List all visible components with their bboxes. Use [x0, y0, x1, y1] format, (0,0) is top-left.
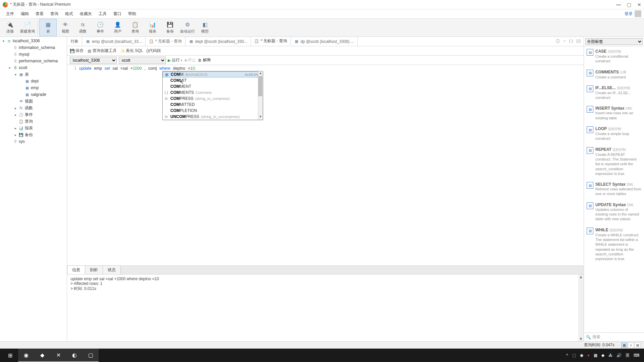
menu-help[interactable]: 帮助	[125, 10, 140, 18]
ac-item[interactable]: COMMIT	[163, 77, 263, 83]
tree-db-sys[interactable]: 🛢sys	[0, 138, 67, 145]
autocomplete-popup[interactable]: ▦ COMM decimal(10,0) scott.emp COMMIT CO…	[162, 71, 263, 120]
ac-item[interactable]: ( )COMMENTSComment	[163, 89, 263, 96]
login-link[interactable]: 登录	[625, 11, 633, 17]
view-button[interactable]: 👁视图	[57, 19, 74, 36]
minimize-button[interactable]: —	[616, 2, 621, 7]
snippets-list[interactable]: ▤CASE 流程控制Create a conditional construct…	[584, 46, 644, 333]
backup-button[interactable]: 💾备份	[161, 19, 179, 36]
tree-db[interactable]: 🛢information_schema	[0, 44, 67, 51]
database-select[interactable]: scott	[119, 57, 166, 64]
snippet-item[interactable]: ▤WHILE 流程控制Create a WHILE construct. The…	[584, 225, 644, 265]
beautify-button[interactable]: ✨美化 SQL	[120, 48, 143, 54]
tray-icon[interactable]: ●	[587, 353, 590, 358]
menu-tools[interactable]: 工具	[95, 10, 110, 18]
snippet-item[interactable]: ▤CASE 流程控制Create a conditional construct	[584, 46, 644, 67]
connection-tree[interactable]: ▾◘localhost_3306 🛢information_schema 🛢my…	[0, 37, 67, 341]
avatar-icon[interactable]	[635, 10, 641, 17]
tree-table-dept[interactable]: ▦dept	[0, 78, 67, 84]
tab-emp[interactable]: ▦emp @scott (localhost_33...	[82, 37, 146, 46]
menu-view[interactable]: 查看	[32, 10, 47, 18]
connection-select[interactable]: localhost_3306	[70, 57, 117, 64]
chevron-down-icon[interactable]: ▾	[181, 59, 182, 62]
tree-queries[interactable]: 📋查询	[0, 118, 67, 125]
menu-edit[interactable]: 编辑	[17, 10, 32, 18]
tree-backups[interactable]: ▸💾备份	[0, 131, 67, 138]
snippet-item[interactable]: ▤SELECT Syntax DMLRetrieve rows selected…	[584, 179, 644, 200]
network-icon[interactable]: 🖧	[608, 353, 612, 358]
ac-item[interactable]: fxUNCOMPRESS(string_to_uncompress)	[163, 114, 263, 120]
view-list-button[interactable]: ≡	[628, 343, 634, 348]
taskbar-chrome[interactable]: ◉	[18, 349, 34, 362]
snippet-item[interactable]: ▤COMMENTS 注释Create a comment	[584, 67, 644, 83]
ime-indicator[interactable]: 英	[626, 353, 630, 358]
taskbar-app[interactable]: ✕	[50, 349, 66, 362]
snippet-item[interactable]: ▤INSERT Syntax DMLInsert new rows into a…	[584, 103, 644, 124]
explain-button[interactable]: 🗎解释	[198, 57, 211, 63]
connect-button[interactable]: 🔌连接	[1, 19, 19, 36]
msg-scrollbar[interactable]: ▲▼	[578, 275, 584, 341]
tree-table-salgrade[interactable]: ▦salgrade	[0, 91, 67, 98]
snippet-item[interactable]: ▤LOOP 流程控制Create a simple loop construct	[584, 124, 644, 144]
snippet-search[interactable]: 🔍 搜索	[584, 333, 644, 341]
snippet-item[interactable]: ▤REPEAT 流程控制Create A REPEAT construct. T…	[584, 144, 644, 179]
tray-icon[interactable]: ◆	[601, 353, 604, 358]
menu-favorites[interactable]: 收藏夹	[76, 10, 95, 18]
volume-icon[interactable]: 🔊	[616, 353, 622, 358]
ac-scrollbar[interactable]: ▲ ▼	[258, 71, 263, 120]
tray-up-icon[interactable]: ^	[566, 353, 568, 358]
brackets-icon[interactable]: ( )	[569, 39, 573, 44]
tree-conn[interactable]: ▾◘localhost_3306	[0, 38, 67, 44]
tree-reports[interactable]: ▸📊报表	[0, 125, 67, 131]
scroll-up-icon[interactable]: ▲	[258, 71, 263, 76]
tab-objects[interactable]: 对象	[67, 37, 82, 46]
info-icon[interactable]: ⓘ	[556, 39, 560, 44]
tree-db[interactable]: 🛢performance_schema	[0, 58, 67, 64]
stop-button[interactable]: ■停止	[184, 57, 196, 63]
view-detail-button[interactable]: ▤	[635, 343, 641, 348]
query-button[interactable]: 📋查询	[126, 19, 144, 36]
ac-item[interactable]: ▦ COMM decimal(10,0) scott.emp	[163, 71, 263, 77]
tray-icon[interactable]: ◉	[580, 353, 583, 358]
tag-select[interactable]: 全部标签	[585, 38, 643, 45]
ac-item[interactable]: COMMITTED	[163, 102, 263, 108]
model-button[interactable]: ◧模型	[196, 19, 214, 36]
sql-editor[interactable]: 1 update emp set sal =sal +1000 , com| w…	[67, 65, 584, 265]
save-button[interactable]: 💾保存	[70, 48, 84, 54]
panel-icon[interactable]: ▯▯	[576, 39, 581, 44]
report-button[interactable]: 📊报表	[144, 19, 161, 36]
ac-item[interactable]: COMMENT	[163, 83, 263, 89]
maximize-button[interactable]: ▢	[627, 2, 631, 7]
user-button[interactable]: 👤用户	[109, 19, 126, 36]
ac-item[interactable]: COMPLETION	[163, 108, 263, 114]
run-button[interactable]: ▶运行▾	[168, 57, 182, 63]
snippet-item[interactable]: ▤IF...ELSE... 流程控制Create an IF...ELSE...…	[584, 83, 644, 104]
view-grid-button[interactable]: ▦	[621, 343, 627, 348]
message-pane[interactable]: update emp set sal =sal +1000 where dept…	[67, 274, 584, 341]
tree-db-scott[interactable]: ▾🛢scott	[0, 64, 67, 71]
menu-format[interactable]: 格式	[62, 10, 76, 18]
menu-window[interactable]: 窗口	[110, 10, 125, 18]
tab-untitled-query-2[interactable]: 📋* 无标题 - 查询	[251, 37, 291, 46]
new-query-button[interactable]: 📄新建查询	[19, 19, 36, 36]
result-tab-profile[interactable]: 剖析	[85, 265, 103, 274]
snippet-button[interactable]: ()代码段	[146, 48, 161, 54]
tree-tables[interactable]: ▾▦表	[0, 71, 67, 78]
tab-dept[interactable]: ▦dept @scott (localhost_330...	[185, 37, 251, 46]
event-button[interactable]: 🕒事件	[92, 19, 109, 36]
result-tab-status[interactable]: 状态	[103, 265, 121, 274]
auto-button[interactable]: ⚙自动运行	[179, 19, 196, 36]
tree-db[interactable]: 🛢mysql	[0, 51, 67, 58]
taskbar-navicat[interactable]: ◐	[66, 349, 83, 362]
taskbar-app[interactable]: ◆	[34, 349, 50, 362]
tree-fns[interactable]: ▸fx函数	[0, 105, 67, 111]
ac-item[interactable]: fxCOMPRESS(string_to_compress)	[163, 96, 263, 102]
tree-views[interactable]: 👁视图	[0, 98, 67, 105]
tab-untitled-query-1[interactable]: 📋* 无标题 - 查询	[146, 37, 185, 46]
table-button[interactable]: ▦表	[39, 19, 57, 36]
keyboard-icon[interactable]: ⌨	[634, 353, 639, 358]
scroll-down-icon[interactable]: ▼	[258, 115, 263, 120]
tray-icon[interactable]: ⬚	[572, 353, 576, 358]
taskbar-app[interactable]: ▢	[83, 349, 99, 362]
tree-events[interactable]: ▸🕒事件	[0, 111, 67, 118]
